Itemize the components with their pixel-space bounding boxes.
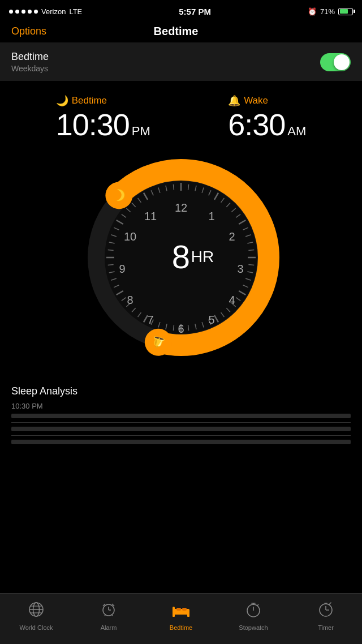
svg-line-61 <box>173 184 174 190</box>
svg-rect-90 <box>173 609 189 615</box>
svg-text:7: 7 <box>147 314 153 326</box>
sleep-analysis-time: 10:30 PM <box>11 402 351 410</box>
signal-dots <box>9 10 38 14</box>
sleep-bar-2 <box>11 427 351 431</box>
svg-line-48 <box>108 250 114 250</box>
svg-rect-95 <box>182 608 187 611</box>
time-display: 🌙 Bedtime 10:30PM 🔔 Wake 6:30AM <box>0 81 362 144</box>
svg-rect-93 <box>173 607 175 615</box>
svg-line-18 <box>248 265 254 265</box>
carrier-label: Verizon <box>41 7 66 16</box>
bedtime-toggle[interactable] <box>320 53 351 71</box>
svg-text:4: 4 <box>229 294 235 306</box>
page-title: Bedtime <box>154 25 199 38</box>
stopwatch-icon <box>245 601 262 622</box>
wake-time: 6:30AM <box>228 109 306 140</box>
status-right: ⏰ 71% <box>308 7 353 16</box>
tab-bedtime-label: Bedtime <box>170 624 192 631</box>
world-clock-icon <box>28 601 45 622</box>
svg-line-100 <box>257 604 258 606</box>
svg-text:9: 9 <box>119 263 125 275</box>
sleep-hr-label: HR <box>191 248 214 265</box>
clock-face-wrapper[interactable]: 12 1 2 3 4 5 6 7 8 9 10 11 8 HR <box>74 150 288 365</box>
battery-percent: 71% <box>320 7 335 16</box>
svg-text:5: 5 <box>208 314 214 326</box>
status-time: 5:57 PM <box>179 7 211 16</box>
bedtime-time: 10:30PM <box>56 109 150 140</box>
tab-bar: World Clock Alarm <box>0 593 362 644</box>
wake-time-col: 🔔 Wake 6:30AM <box>228 95 306 140</box>
tab-world-clock[interactable]: World Clock <box>0 601 72 631</box>
sleep-bar-1 <box>11 414 351 418</box>
svg-text:8: 8 <box>127 294 133 306</box>
tab-alarm[interactable]: Alarm <box>72 601 145 631</box>
battery-icon <box>338 8 353 15</box>
sleep-hours-display: 8 <box>172 238 190 275</box>
moon-icon: 🌙 <box>56 95 68 107</box>
svg-line-33 <box>173 325 174 330</box>
timer-icon <box>317 601 334 622</box>
svg-line-3 <box>188 184 189 190</box>
bedtime-icon-label: 🌙 Bedtime <box>56 95 150 107</box>
tab-bedtime[interactable]: Bedtime <box>145 601 217 631</box>
svg-text:6: 6 <box>178 323 184 335</box>
clock-svg[interactable]: 12 1 2 3 4 5 6 7 8 9 10 11 8 HR <box>74 150 288 365</box>
svg-text:12: 12 <box>175 201 187 214</box>
bell-icon: 🔔 <box>228 95 240 107</box>
status-bar: Verizon LTE 5:57 PM ⏰ 71% <box>0 0 362 20</box>
tab-world-clock-label: World Clock <box>19 624 53 631</box>
sleep-analysis-title: Sleep Analysis <box>11 385 351 397</box>
svg-text:2: 2 <box>229 230 235 243</box>
svg-line-16 <box>248 250 254 250</box>
options-button[interactable]: Options <box>11 25 46 37</box>
nav-bar: Options Bedtime <box>0 20 362 43</box>
svg-text:3: 3 <box>237 263 243 275</box>
bedtime-tab-icon <box>171 601 191 622</box>
clock-container[interactable]: 12 1 2 3 4 5 6 7 8 9 10 11 8 HR <box>0 144 362 376</box>
svg-text:11: 11 <box>144 210 157 222</box>
sleep-bar-line-2 <box>11 435 351 436</box>
svg-text:1: 1 <box>208 210 214 222</box>
wake-icon-label: 🔔 Wake <box>228 95 306 107</box>
toggle-knob <box>334 54 350 70</box>
sleep-bar-line-1 <box>11 422 351 423</box>
bedtime-time-col: 🌙 Bedtime 10:30PM <box>56 95 150 140</box>
bedtime-row-label: Bedtime <box>11 51 49 63</box>
svg-text:10: 10 <box>124 230 136 243</box>
status-left: Verizon LTE <box>9 7 82 16</box>
tab-stopwatch[interactable]: Stopwatch <box>217 601 290 631</box>
svg-line-31 <box>188 325 189 330</box>
svg-line-46 <box>108 265 114 265</box>
bedtime-row-text: Bedtime Weekdays <box>11 51 49 73</box>
alarm-status-icon: ⏰ <box>308 7 317 16</box>
sleep-bars <box>11 414 351 444</box>
svg-rect-94 <box>176 608 181 611</box>
network-label: LTE <box>69 7 82 16</box>
tab-alarm-label: Alarm <box>101 624 117 631</box>
tab-stopwatch-label: Stopwatch <box>239 624 268 631</box>
tab-timer[interactable]: Timer <box>290 601 362 631</box>
bedtime-row-sublabel: Weekdays <box>11 64 49 73</box>
svg-rect-92 <box>187 613 189 617</box>
alarm-icon <box>100 601 117 622</box>
tab-timer-label: Timer <box>318 624 334 631</box>
bedtime-toggle-row: Bedtime Weekdays <box>0 43 362 81</box>
sleep-analysis: Sleep Analysis 10:30 PM <box>0 376 362 450</box>
sleep-bar-3 <box>11 440 351 444</box>
